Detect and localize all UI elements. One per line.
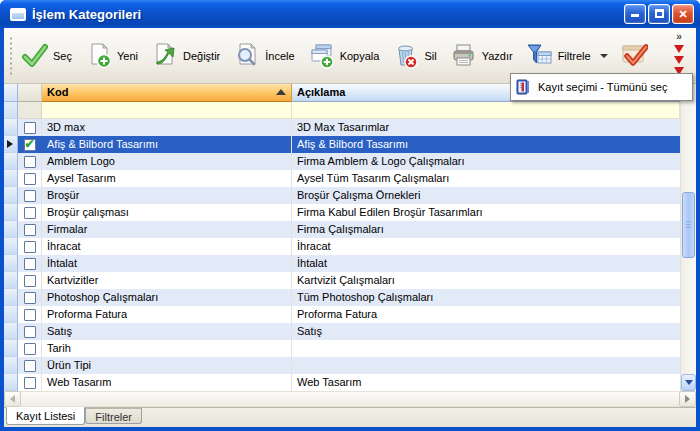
table-row[interactable]: Afiş & Bilbord TasarımıAfiş & Bilbord Ta…: [4, 136, 680, 153]
row-checkbox[interactable]: [24, 326, 36, 338]
checkbox-column-header[interactable]: [18, 84, 42, 102]
cell-kod[interactable]: İhracat: [42, 238, 292, 255]
cell-kod[interactable]: Kartvizitler: [42, 272, 292, 289]
row-checkbox[interactable]: [24, 360, 36, 372]
window-icon: [10, 8, 26, 21]
cell-kod[interactable]: Web Tasarım: [42, 374, 292, 391]
table-row[interactable]: 3D max3D Max Tasarımlar: [4, 119, 680, 136]
row-checkbox[interactable]: [24, 258, 36, 270]
cell-aciklama[interactable]: Proforma Fatura: [292, 306, 680, 323]
row-checkbox[interactable]: [24, 309, 36, 321]
table-row[interactable]: Tarih: [4, 340, 680, 357]
cell-kod[interactable]: Tarih: [42, 340, 292, 357]
delete-button[interactable]: Sil: [387, 36, 444, 76]
row-checkbox[interactable]: [24, 190, 36, 202]
row-checkbox[interactable]: [24, 207, 36, 219]
cell-aciklama[interactable]: Kartvizit Çalışmaları: [292, 272, 680, 289]
cell-aciklama[interactable]: Tüm Photoshop Çalışmaları: [292, 289, 680, 306]
row-checkbox-cell: [18, 255, 42, 272]
row-checkbox[interactable]: [24, 139, 36, 151]
row-checkbox[interactable]: [24, 241, 36, 253]
table-row[interactable]: Ürün Tipi: [4, 357, 680, 374]
scroll-down-button[interactable]: [681, 374, 696, 391]
cell-kod[interactable]: Ürün Tipi: [42, 357, 292, 374]
cell-kod[interactable]: Afiş & Bilbord Tasarımı: [42, 136, 292, 153]
table-row[interactable]: İhtalatİhtalat: [4, 255, 680, 272]
cell-aciklama[interactable]: İhtalat: [292, 255, 680, 272]
cell-kod[interactable]: Firmalar: [42, 221, 292, 238]
filter-button[interactable]: Filtrele: [521, 36, 616, 76]
scroll-right-button[interactable]: [679, 391, 696, 407]
table-row[interactable]: Proforma FaturaProforma Fatura: [4, 306, 680, 323]
vertical-scrollbar[interactable]: [680, 84, 696, 391]
row-indicator: [4, 357, 18, 374]
cell-kod[interactable]: Broşür çalışması: [42, 204, 292, 221]
cell-kod[interactable]: Broşür: [42, 187, 292, 204]
new-button[interactable]: Yeni: [80, 36, 146, 76]
table-row[interactable]: İhracatİhracat: [4, 238, 680, 255]
table-row[interactable]: Amblem LogoFirma Amblem & Logo Çalışmala…: [4, 153, 680, 170]
table-row[interactable]: KartvizitlerKartvizit Çalışmaları: [4, 272, 680, 289]
cell-kod[interactable]: İhtalat: [42, 255, 292, 272]
cell-aciklama[interactable]: Firma Kabul Edilen Broşür Tasarımları: [292, 204, 680, 221]
sort-ascending-icon: [276, 89, 286, 95]
row-checkbox[interactable]: [24, 156, 36, 168]
row-checkbox[interactable]: [24, 292, 36, 304]
close-button[interactable]: ✕: [672, 4, 694, 24]
cell-kod[interactable]: Photoshop Çalışmaları: [42, 289, 292, 306]
tab-kayit-listesi[interactable]: Kayıt Listesi: [6, 407, 85, 425]
cell-aciklama[interactable]: [292, 340, 680, 357]
cell-kod[interactable]: Amblem Logo: [42, 153, 292, 170]
row-checkbox[interactable]: [24, 173, 36, 185]
row-checkbox[interactable]: [24, 275, 36, 287]
cell-aciklama[interactable]: Afiş & Bilbord Tasarımı: [292, 136, 680, 153]
cell-aciklama[interactable]: Aysel Tüm Tasarım Çalışmaları: [292, 170, 680, 187]
apply-button[interactable]: [616, 36, 656, 76]
print-button[interactable]: Yazdır: [445, 36, 521, 76]
inspect-button[interactable]: İncele: [228, 36, 302, 76]
toolbar-grip[interactable]: [9, 36, 13, 75]
cell-aciklama[interactable]: Broşür Çalışma Örnekleri: [292, 187, 680, 204]
column-header-kod[interactable]: Kod: [42, 84, 292, 102]
scroll-left-button[interactable]: [4, 391, 21, 407]
row-checkbox[interactable]: [24, 224, 36, 236]
row-checkbox[interactable]: [24, 343, 36, 355]
table-row[interactable]: Aysel TasarımAysel Tüm Tasarım Çalışmala…: [4, 170, 680, 187]
cell-kod[interactable]: Aysel Tasarım: [42, 170, 292, 187]
row-checkbox[interactable]: [24, 122, 36, 134]
minimize-button[interactable]: [624, 4, 646, 24]
select-button[interactable]: Seç: [16, 36, 80, 76]
table-row[interactable]: Photoshop ÇalışmalarıTüm Photoshop Çalış…: [4, 289, 680, 306]
table-row[interactable]: SatışSatış: [4, 323, 680, 340]
copy-button[interactable]: Kopyala: [303, 36, 388, 76]
tab-bar: Kayıt Listesi Filtreler: [4, 407, 696, 427]
horizontal-scrollbar-track[interactable]: [21, 391, 679, 407]
overflow-chevron-icon: »: [676, 32, 682, 42]
edit-button[interactable]: Değiştir: [146, 36, 228, 76]
cell-kod[interactable]: Satış: [42, 323, 292, 340]
table-row[interactable]: BroşürBroşür Çalışma Örnekleri: [4, 187, 680, 204]
cell-kod[interactable]: Proforma Fatura: [42, 306, 292, 323]
tab-filtreler[interactable]: Filtreler: [85, 408, 142, 424]
cell-aciklama[interactable]: Web Tasarım: [292, 374, 680, 391]
cell-kod[interactable]: 3D max: [42, 119, 292, 136]
cell-aciklama[interactable]: İhracat: [292, 238, 680, 255]
horizontal-scrollbar[interactable]: [4, 391, 696, 407]
grid-rows: 3D max3D Max TasarımlarAfiş & Bilbord Ta…: [4, 119, 680, 391]
table-row[interactable]: Web TasarımWeb Tasarım: [4, 374, 680, 391]
table-row[interactable]: Broşür çalışmasıFirma Kabul Edilen Broşü…: [4, 204, 680, 221]
filter-dropdown-arrow-icon[interactable]: [600, 54, 608, 58]
chevron-right-icon: [685, 395, 690, 403]
row-checkbox[interactable]: [24, 377, 36, 389]
filter-input-aciklama[interactable]: [292, 102, 680, 119]
cell-aciklama[interactable]: Firma Amblem & Logo Çalışmaları: [292, 153, 680, 170]
vertical-scrollbar-thumb[interactable]: [682, 192, 695, 258]
cell-aciklama[interactable]: [292, 357, 680, 374]
table-row[interactable]: FirmalarFirma Çalışmaları: [4, 221, 680, 238]
cell-aciklama[interactable]: Satış: [292, 323, 680, 340]
cell-aciklama[interactable]: Firma Çalışmaları: [292, 221, 680, 238]
maximize-button[interactable]: [648, 4, 670, 24]
cell-aciklama[interactable]: 3D Max Tasarımlar: [292, 119, 680, 136]
menu-item-select-all[interactable]: Kayıt seçimi - Tümünü seç: [538, 81, 667, 93]
filter-input-kod[interactable]: [42, 102, 292, 119]
